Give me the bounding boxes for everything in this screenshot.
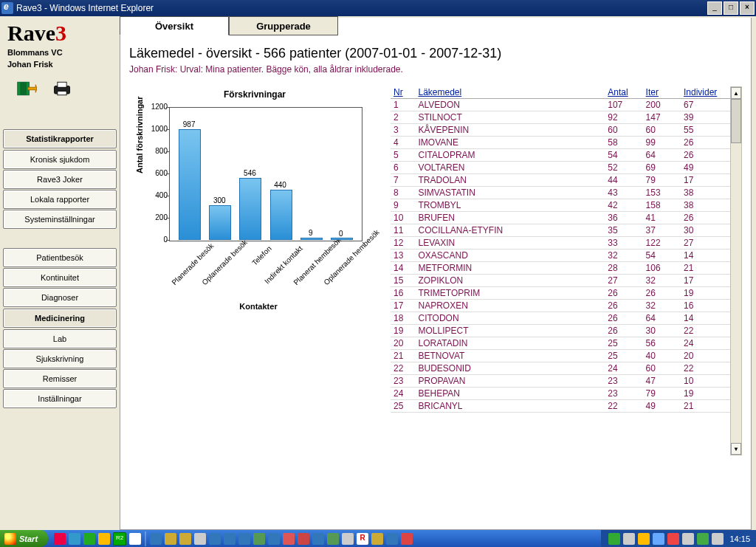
nav-rave3-joker[interactable]: Rave3 Joker <box>3 170 117 189</box>
taskbar-app-icon[interactable]: R <box>357 533 368 545</box>
y-tick: 0 <box>148 235 168 244</box>
nav-kronisk-sjukdom[interactable]: Kronisk sjukdom <box>3 150 117 169</box>
clock: 14:15 <box>729 534 750 543</box>
taskbar-icon[interactable] <box>179 533 191 545</box>
window-title: Rave3 - Windows Internet Explorer <box>16 3 154 13</box>
table-row[interactable]: 15ZOPIKLON273217 <box>391 275 730 287</box>
chart-title: Förskrivningar <box>129 89 380 100</box>
taskbar-icon[interactable] <box>253 533 265 545</box>
bar <box>270 190 292 240</box>
table-row[interactable]: 1ALVEDON10720067 <box>391 99 730 111</box>
scroll-up-button[interactable]: ▲ <box>731 87 741 99</box>
minimize-button[interactable]: _ <box>707 1 722 15</box>
taskbar-icon[interactable] <box>401 533 413 545</box>
bar-value-label: 9 <box>296 229 326 237</box>
table-row[interactable]: 24BEHEPAN237919 <box>391 388 730 400</box>
table-row[interactable]: 20LORATADIN255624 <box>391 337 730 350</box>
taskbar-icon[interactable] <box>194 533 206 545</box>
x-axis-label: Kontakter <box>144 302 373 311</box>
nav-sjukskrivning[interactable]: Sjukskrivning <box>3 349 117 368</box>
tray-icon[interactable] <box>667 533 679 545</box>
tray-icon[interactable] <box>608 533 620 545</box>
nav-remisser[interactable]: Remisser <box>3 369 117 388</box>
exit-icon[interactable] <box>16 80 37 97</box>
tray-icon[interactable] <box>682 533 694 545</box>
table-row[interactable]: 5CITALOPRAM546426 <box>391 149 730 162</box>
close-button[interactable]: × <box>740 1 755 15</box>
table-row[interactable]: 17NAPROXEN263216 <box>391 300 730 312</box>
taskbar-icon[interactable] <box>268 533 280 545</box>
tray-icon[interactable] <box>653 533 664 545</box>
print-icon[interactable] <box>52 80 72 97</box>
nav-statistik-head[interactable]: Statistikrapporter <box>3 129 117 148</box>
table-row[interactable]: 6VOLTAREN526949 <box>391 162 730 174</box>
table-row[interactable]: 13OXASCAND325414 <box>391 250 730 262</box>
table-row[interactable]: 16TRIMETOPRIM262619 <box>391 287 730 300</box>
page-title: Läkemedel - översikt - 566 patienter (20… <box>129 46 742 61</box>
taskbar-icon[interactable] <box>371 533 383 545</box>
tray-icon[interactable] <box>712 533 724 545</box>
table-scrollbar[interactable]: ▲ ▼ <box>730 86 742 455</box>
table-row[interactable]: 25BRICANYL224921 <box>391 400 730 413</box>
table-row[interactable]: 3KÅVEPENIN606055 <box>391 124 730 137</box>
table-row[interactable]: 23PROPAVAN234710 <box>391 375 730 388</box>
taskbar-icon[interactable] <box>69 533 80 545</box>
taskbar-icon[interactable] <box>54 533 66 545</box>
table-row[interactable]: 10BRUFEN364126 <box>391 212 730 224</box>
table-row[interactable]: 19MOLLIPECT263022 <box>391 325 730 337</box>
table-row[interactable]: 18CITODON266414 <box>391 312 730 325</box>
nav-lab[interactable]: Lab <box>3 329 117 348</box>
col-antal[interactable]: Antal <box>605 86 642 99</box>
nav-diagnoser[interactable]: Diagnoser <box>3 288 117 307</box>
scroll-thumb[interactable] <box>731 99 741 143</box>
taskbar-icon[interactable] <box>129 533 141 545</box>
taskbar-app-icon[interactable]: R2 <box>113 532 126 546</box>
start-button[interactable]: Start <box>0 530 48 547</box>
tray-icon[interactable] <box>623 533 635 545</box>
taskbar-icon[interactable] <box>150 533 162 545</box>
tab-oversikt[interactable]: Översikt <box>120 16 229 35</box>
taskbar-icon[interactable] <box>386 533 398 545</box>
y-tick: 1000 <box>148 125 168 133</box>
page-subtitle: Johan Frisk: Urval: Mina patienter. Bägg… <box>129 64 742 75</box>
table-row[interactable]: 12LEVAXIN3312227 <box>391 237 730 250</box>
tray-icon[interactable] <box>697 533 709 545</box>
tray-icon[interactable] <box>638 533 650 545</box>
tab-grupperade[interactable]: Grupperade <box>229 16 338 35</box>
table-row[interactable]: 8SIMVASTATIN4315338 <box>391 187 730 199</box>
nav-medicinering[interactable]: Medicinering <box>3 309 117 328</box>
nav-inställningar[interactable]: Inställningar <box>3 389 117 408</box>
taskbar-icon[interactable] <box>98 533 110 545</box>
y-tick: 400 <box>148 191 168 199</box>
nav-lokala-rapporter[interactable]: Lokala rapporter <box>3 190 117 209</box>
table-row[interactable]: 7TRADOLAN447917 <box>391 174 730 187</box>
taskbar-icon[interactable] <box>298 533 309 545</box>
windows-taskbar: Start R2 R 14:15 <box>0 530 756 547</box>
table-row[interactable]: 14METFORMIN2810621 <box>391 262 730 275</box>
nav-systeminställningar[interactable]: Systeminställningar <box>3 210 117 229</box>
table-row[interactable]: 22BUDESONID246022 <box>391 362 730 375</box>
taskbar-icon[interactable] <box>283 533 295 545</box>
nav-kontinuitet[interactable]: Kontinuitet <box>3 268 117 287</box>
table-row[interactable]: 2STILNOCT9214739 <box>391 111 730 124</box>
taskbar-icon[interactable] <box>224 533 236 545</box>
taskbar-icon[interactable] <box>342 533 354 545</box>
taskbar-icon[interactable] <box>312 533 324 545</box>
col-iter[interactable]: Iter <box>643 86 681 99</box>
taskbar-icon[interactable] <box>165 533 176 545</box>
maximize-button[interactable]: □ <box>724 1 738 15</box>
taskbar-icon[interactable] <box>209 533 221 545</box>
col-lakemedel[interactable]: Läkemedel <box>415 86 605 99</box>
taskbar-icon[interactable] <box>83 533 95 545</box>
taskbar-icon[interactable] <box>238 533 250 545</box>
scroll-down-button[interactable]: ▼ <box>731 443 741 455</box>
col-individer[interactable]: Individer <box>681 86 730 99</box>
col-nr[interactable]: Nr <box>391 86 415 99</box>
table-row[interactable]: 11COCILLANA-ETYFIN353730 <box>391 224 730 237</box>
taskbar-icon[interactable] <box>327 533 339 545</box>
table-row[interactable]: 9TROMBYL4215838 <box>391 199 730 212</box>
ie-icon <box>1 2 13 14</box>
nav-patientbesök[interactable]: Patientbesök <box>3 248 117 267</box>
table-row[interactable]: 21BETNOVAT254020 <box>391 350 730 362</box>
table-row[interactable]: 4IMOVANE589926 <box>391 137 730 149</box>
